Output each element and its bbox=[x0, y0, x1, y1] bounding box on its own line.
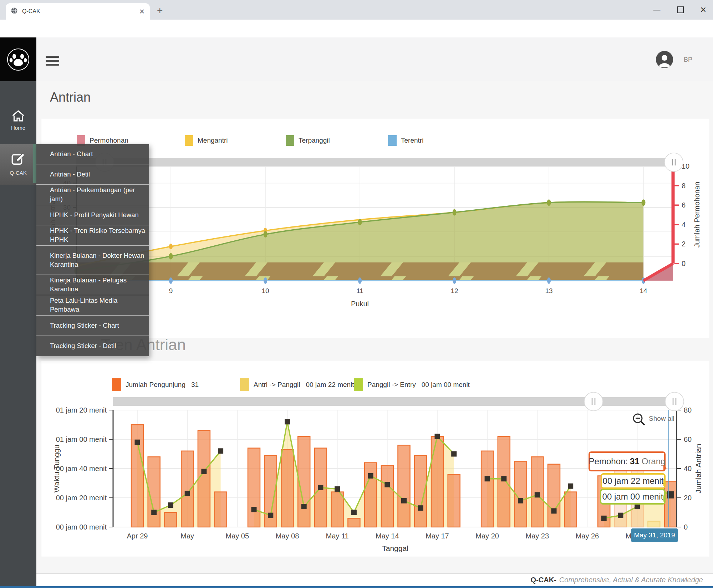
terpanggil-point bbox=[547, 199, 551, 206]
wait-time-marker[interactable] bbox=[451, 451, 457, 457]
wait-time-marker[interactable] bbox=[435, 434, 440, 439]
window-minimize-icon[interactable]: — bbox=[653, 6, 661, 14]
visitors-bar[interactable] bbox=[181, 451, 193, 527]
terentri-point bbox=[453, 277, 456, 284]
menu-item-kinerja-dokter[interactable]: Kinerja Bulanan - Dokter Hewan Karantina bbox=[36, 246, 149, 275]
menu-item-antrian-detil[interactable]: Antrian - Detil bbox=[36, 164, 149, 185]
menu-item-antrian-perkembangan[interactable]: Antrian - Perkembangan (per jam) bbox=[36, 185, 149, 205]
tooltip-antri-panggil: 00 jam 22 menit bbox=[601, 473, 666, 489]
browser-tab[interactable]: Q-CAK ✕ bbox=[6, 3, 150, 20]
menu-item-hphk-profil[interactable]: HPHK - Profil Penyakit Hewan bbox=[36, 205, 149, 225]
visitors-bar[interactable] bbox=[164, 512, 177, 527]
user-initials: BP bbox=[684, 56, 692, 63]
edit-pencil-icon bbox=[11, 152, 26, 167]
visitors-bar[interactable] bbox=[198, 430, 210, 527]
window-close-icon[interactable]: ✕ bbox=[700, 5, 707, 15]
wait-time-marker[interactable] bbox=[418, 505, 423, 511]
menu-item-peta-lalu-lintas[interactable]: Peta Lalu-Lintas Media Pembawa bbox=[36, 295, 149, 316]
qcak-dropdown-menu: Antrian - Chart Antrian - Detil Antrian … bbox=[36, 144, 149, 356]
visitors-bar[interactable] bbox=[548, 464, 560, 527]
window-maximize-icon[interactable] bbox=[677, 6, 684, 13]
wait-time-marker[interactable] bbox=[335, 486, 340, 492]
app-logo[interactable] bbox=[0, 37, 36, 81]
range-slider-track[interactable] bbox=[76, 158, 673, 167]
visitors-bar[interactable] bbox=[648, 521, 660, 527]
right-tick-label: 8 bbox=[682, 182, 686, 190]
wait-time-marker[interactable] bbox=[151, 510, 157, 515]
sidebar-item-home[interactable]: Home bbox=[0, 110, 36, 131]
wait-time-marker[interactable] bbox=[501, 476, 506, 481]
wait-time-marker[interactable] bbox=[201, 469, 207, 474]
legend-panggil-entry[interactable]: Panggil -> Entry 00 jam 00 menit bbox=[354, 378, 470, 391]
legend-mengantri[interactable]: Mengantri bbox=[185, 135, 228, 146]
hamburger-menu-icon[interactable] bbox=[46, 56, 59, 68]
right-tick-label: 2 bbox=[682, 240, 686, 248]
wait-time-marker[interactable] bbox=[368, 473, 373, 479]
wait-time-marker[interactable] bbox=[635, 504, 640, 509]
range-slider-handle[interactable] bbox=[584, 392, 603, 411]
sidebar-item-label: Q-CAK bbox=[10, 170, 27, 176]
visitors-bar[interactable] bbox=[664, 482, 677, 527]
visitors-bar[interactable] bbox=[381, 466, 393, 527]
menu-item-kinerja-petugas[interactable]: Kinerja Bulanan - Petugas Karantina bbox=[36, 275, 149, 295]
wait-time-marker[interactable] bbox=[485, 476, 490, 481]
legend-terentri[interactable]: Terentri bbox=[388, 135, 423, 146]
show-all-button[interactable]: Show all bbox=[633, 414, 674, 425]
wait-time-marker[interactable] bbox=[568, 484, 573, 489]
terpanggil-point bbox=[358, 219, 362, 225]
wait-time-marker[interactable] bbox=[518, 498, 523, 503]
paw-icon bbox=[6, 48, 30, 71]
user-avatar[interactable] bbox=[656, 51, 673, 68]
wait-time-marker[interactable] bbox=[384, 482, 390, 487]
new-tab-button[interactable]: + bbox=[157, 6, 163, 16]
tab-close-icon[interactable]: ✕ bbox=[139, 7, 145, 16]
menu-item-tracking-detil[interactable]: Tracking Sticker - Detil bbox=[36, 336, 149, 356]
visitors-bar[interactable] bbox=[448, 474, 460, 527]
visitors-bar[interactable] bbox=[348, 518, 360, 527]
legend-jumlah-pengunjung[interactable]: Jumlah Pengunjung 31 bbox=[112, 378, 199, 391]
wait-time-marker[interactable] bbox=[618, 513, 623, 518]
legend-antri-panggil[interactable]: Antri -> Panggil 00 jam 22 menit bbox=[240, 378, 354, 391]
left-tick-label: 00 jam 00 menit bbox=[56, 523, 107, 531]
wait-time-marker[interactable] bbox=[535, 492, 540, 497]
range-slider-handle[interactable] bbox=[664, 153, 683, 172]
wait-time-marker[interactable] bbox=[285, 419, 290, 424]
sidebar-item-qcak[interactable]: Q-CAK bbox=[0, 144, 36, 185]
wait-time-marker[interactable] bbox=[135, 440, 140, 445]
visitors-bar[interactable] bbox=[498, 436, 510, 527]
visitors-bar[interactable] bbox=[365, 463, 377, 527]
footer-tagline: Comprehensive, Actual & Acurate Knowledg… bbox=[559, 576, 703, 584]
wait-time-marker[interactable] bbox=[351, 510, 357, 515]
visitors-bar[interactable] bbox=[565, 492, 577, 527]
visitors-bar[interactable] bbox=[431, 436, 443, 527]
wait-time-marker[interactable] bbox=[185, 491, 190, 496]
legend-terpanggil[interactable]: Terpanggil bbox=[286, 135, 330, 146]
visitors-bar[interactable] bbox=[248, 448, 260, 527]
wait-time-marker[interactable] bbox=[168, 502, 173, 508]
visitors-bar[interactable] bbox=[215, 492, 227, 527]
wait-time-marker[interactable] bbox=[601, 516, 607, 521]
menu-item-hphk-tren[interactable]: HPHK - Tren Risiko Tersebarnya HPHK bbox=[36, 225, 149, 246]
footer-accent-bar bbox=[0, 586, 713, 588]
range-slider-handle[interactable] bbox=[665, 392, 684, 411]
legend-label: Jumlah Pengunjung bbox=[126, 381, 185, 389]
x-tick-label: May 08 bbox=[276, 532, 299, 540]
x-tick-label: May 11 bbox=[326, 532, 349, 540]
visitors-bar[interactable] bbox=[398, 445, 410, 527]
wait-time-marker[interactable] bbox=[301, 504, 307, 509]
visitors-bar[interactable] bbox=[298, 436, 310, 527]
visitors-bar[interactable] bbox=[531, 457, 543, 527]
visitors-bar[interactable] bbox=[481, 451, 493, 527]
wait-time-marker[interactable] bbox=[401, 498, 407, 503]
wait-time-marker[interactable] bbox=[218, 448, 223, 454]
menu-item-tracking-chart[interactable]: Tracking Sticker - Chart bbox=[36, 316, 149, 336]
visitors-bar[interactable] bbox=[331, 492, 343, 527]
wait-time-marker[interactable] bbox=[268, 513, 273, 518]
wait-time-marker[interactable] bbox=[251, 507, 257, 512]
wait-time-marker[interactable] bbox=[551, 508, 557, 513]
wait-time-marker[interactable] bbox=[318, 485, 323, 490]
legend-label: Terpanggil bbox=[299, 137, 330, 144]
tooltip-pointer bbox=[663, 480, 670, 486]
visitors-bar[interactable] bbox=[281, 450, 294, 527]
menu-item-antrian-chart[interactable]: Antrian - Chart bbox=[36, 144, 149, 164]
